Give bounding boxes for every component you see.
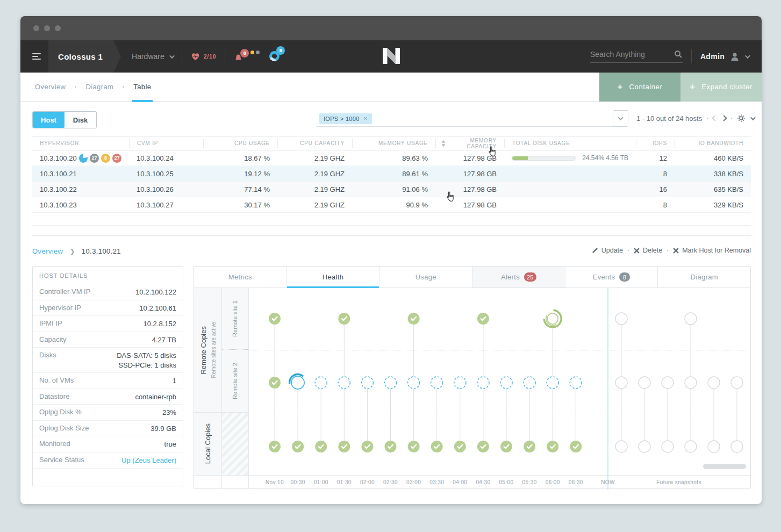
plus-icon: + [618,82,623,92]
host-detail-row: Oplog Disk Size39.9 GB [33,421,183,437]
toggle-host[interactable]: Host [33,112,65,128]
column-header-total-disk-usage[interactable]: TOTAL DISK USAGE [504,139,636,148]
detail-tab-metrics[interactable]: Metrics [194,267,287,287]
detail-value[interactable]: Up (Zeus Leader) [121,456,176,465]
detail-value: 10.2.100.61 [139,304,176,313]
delete-action[interactable]: Delete [634,247,662,254]
table-row-host-10.3.100.23[interactable]: 10.3.100.2310.3.100.2730.17 %2.19 GHZ90.… [32,197,751,213]
column-header-hypervisor[interactable]: HYPERVISOR [32,139,129,148]
column-header-memory-capacity[interactable]: MEMORY CAPACITY [435,139,504,148]
count-badge: 8 [101,154,110,163]
toggle-disk[interactable]: Disk [65,112,96,128]
axis-future-label: Future snapshots [636,479,722,485]
tab-separator-dot [123,86,124,88]
table-row-host-10.3.100.22[interactable]: 10.3.100.2210.3.100.2677.14 %2.19 GHZ91.… [32,182,751,197]
detail-value: 23% [162,408,176,418]
disk-usage-label: 24.54% 4.56 TB [582,154,628,162]
window-control-dot[interactable] [55,25,61,31]
expand-cluster-button[interactable]: +Expand cluster [680,73,762,102]
pagination: 1 - 10 out of 24 hosts [636,114,754,123]
detail-label: Oplog Disk Size [39,424,89,432]
table-header-row: HYPERVISORCVM IPCPU USAGECPU CAPACITYMEM… [32,136,751,150]
detail-value: true [164,440,176,449]
memory-usage-cell: 91.06 % [352,185,435,193]
x-icon [634,248,640,254]
detail-label: Service Status [39,456,84,464]
chevron-down-icon[interactable] [750,115,756,120]
column-header-io-bandwidth[interactable]: IO BANDWIDTH [675,139,751,148]
hypervisor-cell: 10.3.100.22 [32,185,129,193]
detail-tab-alerts[interactable]: Alerts25 [472,267,565,287]
vm-pie-badge [79,154,88,163]
column-header-cpu-capacity[interactable]: CPU CAPACITY [277,139,352,148]
hosts-table: HYPERVISORCVM IPCPU USAGECPU CAPACITYMEM… [32,136,751,236]
tab-diagram[interactable]: Diagram [84,73,115,102]
detail-tabs: MetricsHealthUsageAlerts25Events8Diagram [194,267,750,288]
detail-value: container-rpb [135,392,176,402]
table-row-host-10.3.100.21[interactable]: 10.3.100.2110.3.100.2519.12 %2.19 GHZ89.… [32,166,751,182]
mark-host-for-removal-action[interactable]: Mark Host for Removal [673,247,751,254]
detail-label: Disks [39,351,56,359]
chevron-down-icon [169,53,175,59]
disk-usage-bar [512,156,576,161]
search-input[interactable]: Search Anything [590,50,683,63]
column-header-cvm-ip[interactable]: CVM IP [129,139,203,148]
update-action[interactable]: Update [592,247,623,254]
user-menu[interactable]: Admin [700,52,749,61]
detail-tab-usage[interactable]: Usage [379,267,472,287]
count-badge: 27 [90,154,99,163]
tasks-indicator[interactable]: 8 [269,51,285,62]
host-detail-row: IPMI IP10.2.8.152 [33,316,183,332]
detail-tab-health[interactable]: Health [287,267,380,287]
filter-token[interactable]: IOPS > 1000 ✕ [319,113,372,124]
tab-separator-dot [75,86,76,88]
tab-overview[interactable]: Overview [33,73,67,102]
window-control-dot[interactable] [33,25,39,31]
column-header-cpu-usage[interactable]: CPU USAGE [203,139,277,148]
column-header-memory-usage[interactable]: MEMORY USAGE [352,139,435,148]
tab-table[interactable]: Table [132,73,153,102]
detail-value: 4.27 TB [152,335,176,345]
cluster-health-indicator[interactable]: 2/10 [191,53,216,61]
nav-menu-hardware[interactable]: Hardware [132,52,173,61]
hamburger-menu-icon[interactable] [32,53,41,60]
search-placeholder: Search Anything [590,50,674,59]
notification-dot-yellow [250,51,254,54]
detail-tab-events[interactable]: Events8 [565,267,658,287]
prev-page-button[interactable] [712,115,718,121]
column-header-iops[interactable]: IOPS [636,139,675,148]
app-header: Colossus 1 Hardware 2/10 8 [20,40,762,73]
filter-input[interactable]: IOPS > 1000 ✕ [317,111,614,127]
iops-cell: 8 [636,170,675,178]
pencil-icon [592,247,598,254]
detail-value: 10.2.100.122 [135,287,176,297]
cvm-ip-cell: 10.3.100.26 [129,185,203,193]
table-row-host-10.3.100.20[interactable]: 10.3.100.202782710.3.100.2418.67 %2.19 G… [32,150,751,166]
window-control-dot[interactable] [44,25,50,31]
detail-value: 39.9 GB [151,424,176,434]
alerts-count-badge: 8 [240,49,249,57]
host-detail-row: Service StatusUp (Zeus Leader) [33,452,183,469]
container-button[interactable]: +Container [599,73,680,102]
detail-tab-diagram[interactable]: Diagram [658,267,750,287]
filter-dropdown-button[interactable] [613,110,628,127]
sort-icon[interactable] [441,140,446,147]
io-bandwidth-cell: 460 KB/S [675,154,751,162]
next-page-button[interactable] [721,115,727,121]
alerts-bell[interactable]: 8 [234,51,260,63]
host-detail-row: Datastorecontainer-rpb [33,389,183,405]
gear-icon[interactable] [737,114,746,123]
cvm-ip-cell: 10.3.100.24 [129,154,203,162]
remote-site1-label: Remote site 1 [231,300,240,337]
detail-label: Oplpg Disk % [39,408,82,416]
axis-now-label: NOW [593,479,623,485]
remote-copies-subtitle: Remote sites are active [211,322,217,378]
host-detail-row: Oplpg Disk %23% [33,405,183,421]
timeline-plot[interactable]: Nov 1000:3001:0001:3002:0002:3003:0003:3… [249,288,750,488]
health-ratio: 2/10 [204,53,216,60]
cluster-name[interactable]: Colossus 1 [48,40,113,73]
remove-filter-icon[interactable]: ✕ [363,116,368,121]
breadcrumb-overview-link[interactable]: Overview [32,247,63,255]
cpu-capacity-cell: 2.19 GHZ [277,201,352,209]
screen: Colossus 1 Hardware 2/10 8 [0,0,781,532]
